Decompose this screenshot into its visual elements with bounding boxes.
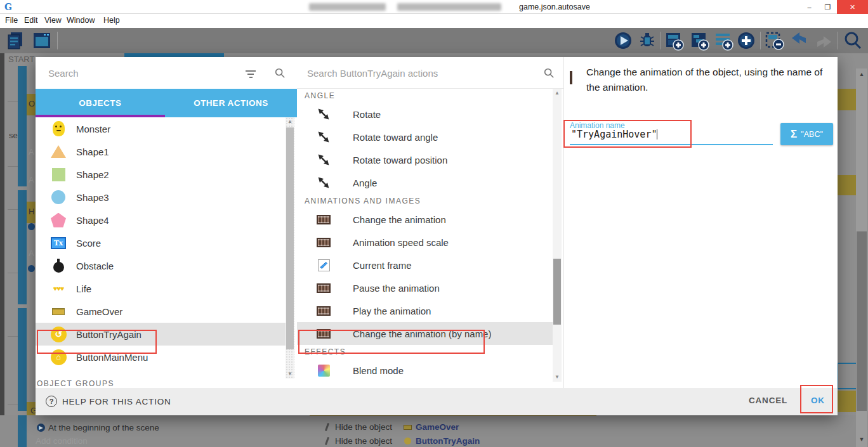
minimize-button[interactable]: – <box>800 0 819 14</box>
toolbar-separator <box>57 32 58 49</box>
banner-icon <box>49 302 67 320</box>
scrollbar-down-arrow[interactable]: ▼ <box>858 436 865 443</box>
action-row-angle[interactable]: Angle <box>297 171 553 194</box>
add-circle-icon[interactable] <box>736 30 756 51</box>
objects-tab-bar: OBJECTS OTHER ACTIONS <box>36 89 297 117</box>
scrollbar-up-arrow[interactable]: ▲ <box>858 71 865 77</box>
add-event-icon[interactable] <box>664 30 684 51</box>
menu-window[interactable]: Window <box>67 16 95 25</box>
hide-action-text[interactable]: Hide the object <box>335 436 392 446</box>
menu-edit[interactable]: Edit <box>24 16 38 25</box>
actions-search-input[interactable] <box>307 65 516 81</box>
object-row-life[interactable]: ♥♥♥ Life <box>36 277 286 300</box>
undo-icon[interactable] <box>789 30 810 51</box>
event-sheet-bottom: ▶ At the beginning of the scene Add cond… <box>0 415 868 447</box>
close-button[interactable]: ✕ <box>837 0 868 14</box>
hide-action-object[interactable]: GameOver <box>416 422 459 432</box>
objects-search-bar <box>36 57 297 89</box>
object-row-gameover[interactable]: GameOver <box>36 300 286 323</box>
event-connector <box>8 336 18 337</box>
animation-name-input[interactable]: "TryAgainHover" <box>571 129 657 140</box>
action-row-change-animation-by-name[interactable]: Change the animation (by name) <box>297 322 553 345</box>
object-row-buttonmainmenu[interactable]: ⌂ ButtonMainMenu <box>36 346 286 368</box>
action-row-play-animation[interactable]: Play the animation <box>297 299 553 322</box>
object-row-buttontryagain[interactable]: ↺ ButtonTryAgain <box>36 323 286 346</box>
frame-document-icon <box>316 257 331 273</box>
expression-editor-button[interactable]: Σ "ABC" <box>780 123 833 145</box>
scrollbar-thumb[interactable] <box>857 231 867 411</box>
action-row-rotate[interactable]: Rotate <box>297 103 553 126</box>
event-connector <box>8 101 18 102</box>
gdevelop-logo-icon: G <box>4 2 15 12</box>
object-row-score[interactable]: Tx Score <box>36 231 286 254</box>
scrollbar-down-arrow[interactable]: ▼ <box>553 374 562 380</box>
menu-view[interactable]: View <box>44 16 62 25</box>
scrollbar-down-arrow[interactable]: ▼ <box>286 371 294 377</box>
filter-icon[interactable] <box>245 68 256 77</box>
blend-mode-icon <box>316 363 331 378</box>
action-row-rotate-toward-angle[interactable]: Rotate toward angle <box>297 126 553 148</box>
tab-other-actions[interactable]: OTHER ACTIONS <box>165 89 297 117</box>
selected-action-fragment <box>838 391 858 412</box>
menu-file[interactable]: File <box>5 16 18 25</box>
hide-action-object[interactable]: ButtonTryAgain <box>416 436 480 446</box>
action-row-pause-animation[interactable]: Pause the animation <box>297 276 553 299</box>
event-text-fragment: A <box>29 175 34 185</box>
add-condition-link[interactable]: Add condition <box>36 436 88 446</box>
object-row-shape4[interactable]: Shape4 <box>36 209 286 231</box>
redo-icon[interactable] <box>813 30 834 51</box>
toolbar-search-icon[interactable] <box>843 30 863 51</box>
object-row-shape3[interactable]: Shape3 <box>36 186 286 209</box>
hide-action-icon <box>325 437 329 445</box>
event-indent-bar <box>18 66 27 186</box>
action-row-blend-mode[interactable]: Blend mode <box>297 359 553 382</box>
event-connector <box>8 209 18 210</box>
instruction-editor-dialog: OBJECTS OTHER ACTIONS Monster Shape1 Sha… <box>36 57 838 415</box>
object-row-obstacle[interactable]: Obstacle <box>36 254 286 277</box>
buttontryagain-mini-icon <box>404 437 411 444</box>
object-row-shape1[interactable]: Shape1 <box>36 140 286 163</box>
scrollbar-up-arrow[interactable]: ▲ <box>553 90 562 96</box>
cancel-button[interactable]: CANCEL <box>749 396 787 405</box>
add-comment-icon[interactable] <box>713 30 733 51</box>
play-preview-icon[interactable] <box>613 30 633 51</box>
object-row-monster[interactable]: Monster <box>36 117 286 140</box>
remove-event-icon[interactable] <box>764 30 784 51</box>
event-text-fragment: A <box>29 147 34 157</box>
event-sheet-left-scrollbar[interactable] <box>0 53 4 447</box>
debug-icon[interactable] <box>637 30 657 51</box>
menu-help[interactable]: Help <box>103 16 120 25</box>
help-for-this-action-link[interactable]: HELP FOR THIS ACTION <box>62 397 171 406</box>
toolbar-separator <box>760 32 761 49</box>
objects-list-scrollbar[interactable]: ▲ ▼ <box>286 117 294 379</box>
event-connector <box>8 166 18 167</box>
bomb-icon <box>49 257 67 275</box>
scrollbar-up-arrow[interactable]: ▲ <box>286 119 294 124</box>
action-row-change-animation[interactable]: Change the animation <box>297 208 553 231</box>
rotate-icon <box>316 152 331 167</box>
add-sub-event-icon[interactable] <box>689 30 709 51</box>
scene-tab-start[interactable]: START <box>8 55 34 64</box>
toolbar-separator <box>660 32 661 49</box>
project-manager-icon[interactable] <box>6 30 27 51</box>
actions-list-scrollbar[interactable]: ▲ ▼ <box>553 89 562 382</box>
scrollbar-thumb[interactable] <box>286 127 294 349</box>
action-row-animation-speed[interactable]: Animation speed scale <box>297 231 553 254</box>
scrollbar-thumb[interactable] <box>553 259 561 325</box>
object-row-shape2[interactable]: Shape2 <box>36 163 286 186</box>
scene-editor-icon[interactable] <box>32 30 52 51</box>
film-strip-icon <box>316 303 331 318</box>
objects-search-input[interactable] <box>48 65 239 81</box>
tab-objects[interactable]: OBJECTS <box>36 89 165 117</box>
circle-shape-icon <box>49 188 67 206</box>
section-animations: ANIMATIONS AND IMAGES <box>305 197 421 205</box>
begin-scene-condition[interactable]: At the beginning of the scene <box>48 423 159 432</box>
home-button-icon: ⌂ <box>49 348 67 366</box>
maximize-button[interactable]: ❐ <box>819 0 837 14</box>
action-row-current-frame[interactable]: Current frame <box>297 254 553 276</box>
hearts-icon: ♥♥♥ <box>49 280 67 297</box>
action-row-rotate-toward-position[interactable]: Rotate toward position <box>297 148 553 171</box>
ok-button[interactable]: OK <box>811 396 825 405</box>
hide-action-text[interactable]: Hide the object <box>335 422 392 432</box>
search-icon <box>543 67 555 79</box>
